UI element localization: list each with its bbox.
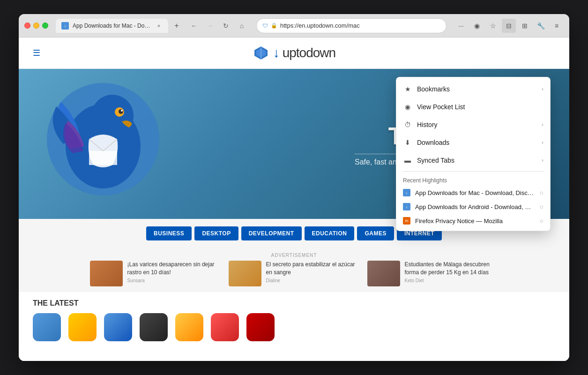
ad-text-2: El secreto para estabilizar el azúcar en…	[266, 261, 360, 283]
menu-item-pocket[interactable]: ◉ View Pocket List	[396, 98, 550, 116]
menu-button[interactable]: ≡	[550, 19, 564, 33]
category-education[interactable]: EDUCATION	[305, 226, 355, 240]
maximize-button[interactable]	[42, 22, 48, 29]
recent-title-1: App Downloads for Mac - Download, Discov…	[415, 189, 535, 196]
recent-action-1[interactable]: ○	[540, 189, 543, 196]
ad-card-3[interactable]: Estudiantes de Málaga descubren forma de…	[367, 261, 499, 286]
browser-content: ☰ ↓ uptodown	[19, 38, 569, 361]
logo-text: ↓ uptodown	[273, 45, 335, 60]
more-button[interactable]: ···	[454, 19, 468, 33]
active-tab[interactable]: ↓ App Downloads for Mac - Dow... ×	[56, 19, 168, 33]
app-icon-6[interactable]	[211, 313, 239, 341]
app-icon-4[interactable]	[140, 313, 168, 341]
recent-favicon-2: ↓	[403, 203, 410, 210]
app-icon-2[interactable]	[68, 313, 97, 341]
svg-rect-11	[89, 151, 117, 165]
bookmarks-icon: ★	[403, 84, 412, 94]
menu-item-history[interactable]: ⏱ History ›	[396, 116, 550, 134]
new-tab-button[interactable]: +	[170, 19, 183, 32]
svg-point-5	[91, 95, 134, 137]
history-icon: ⏱	[403, 120, 412, 129]
url-text: https://en.uptodown.com/mac	[280, 22, 440, 29]
downloads-label: Downloads	[417, 139, 537, 146]
minimize-button[interactable]	[33, 22, 39, 29]
synced-tabs-arrow: ›	[542, 157, 543, 164]
site-logo: ↓ uptodown	[253, 45, 335, 61]
lock-icon: 🔒	[271, 22, 277, 29]
tab-close-button[interactable]: ×	[155, 22, 163, 30]
logo-svg	[253, 45, 269, 61]
close-button[interactable]	[24, 22, 30, 29]
recent-action-3[interactable]: ○	[540, 217, 543, 225]
bookmarks-arrow: ›	[542, 86, 543, 92]
pocket-label: View Pocket List	[417, 103, 543, 111]
ad-card-2[interactable]: El secreto para estabilizar el azúcar en…	[229, 261, 360, 286]
menu-item-downloads[interactable]: ⬇ Downloads ›	[396, 134, 550, 151]
category-games[interactable]: GAMES	[357, 226, 394, 240]
extensions-button[interactable]: 🔧	[534, 19, 548, 33]
nav-buttons: ← → ↻ ⌂	[187, 19, 249, 33]
recent-favicon-1: ↓	[403, 189, 410, 196]
back-button[interactable]: ←	[187, 19, 201, 33]
category-development[interactable]: DEVELOPMENT	[241, 226, 302, 240]
shield-icon: 🛡	[262, 22, 268, 29]
site-header: ☰ ↓ uptodown	[19, 38, 569, 69]
tab-bar: ↓ App Downloads for Mac - Dow... × +	[56, 19, 183, 33]
bookmark-button[interactable]: ☆	[486, 19, 500, 33]
svg-point-8	[121, 110, 123, 112]
reload-button[interactable]: ↻	[219, 19, 233, 33]
recent-action-2[interactable]: ○	[540, 203, 543, 210]
synced-tabs-button[interactable]: ⊞	[518, 19, 532, 33]
recent-item-1[interactable]: ↓ App Downloads for Mac - Download, Disc…	[396, 186, 550, 200]
bookmarks-label: Bookmarks	[417, 85, 537, 93]
recent-title-2: App Downloads for Android - Download, Di…	[415, 203, 535, 210]
app-icon-5[interactable]	[175, 313, 203, 341]
downloads-icon: ⬇	[403, 138, 412, 147]
recent-item-3[interactable]: m Firefox Privacy Notice — Mozilla ○	[396, 214, 550, 228]
menu-divider	[403, 171, 543, 172]
title-bar: ↓ App Downloads for Mac - Dow... × + ← →…	[19, 14, 569, 38]
history-arrow: ›	[542, 121, 543, 128]
synced-tabs-label: Synced Tabs	[417, 157, 537, 164]
ad-cards: ¡Las varices desaparecen sin dejar rastr…	[28, 261, 560, 286]
downloads-arrow: ›	[542, 139, 543, 146]
latest-title: THE LATEST	[33, 299, 555, 308]
ad-card-1[interactable]: ¡Las varices desaparecen sin dejar rastr…	[90, 261, 221, 286]
toolbar-right: ··· ◉ ☆ ⊟ ⊞ 🔧 ≡	[454, 19, 564, 33]
ad-label: ADVERTISEMENT	[28, 253, 560, 258]
app-icon-1[interactable]	[33, 313, 61, 341]
ad-text-3: Estudiantes de Málaga descubren forma de…	[405, 261, 499, 283]
menu-item-synced-tabs[interactable]: ▬ Synced Tabs ›	[396, 151, 550, 169]
tab-title: App Downloads for Mac - Dow...	[73, 22, 151, 29]
category-desktop[interactable]: DESKTOP	[194, 226, 238, 240]
library-button[interactable]: ⊟	[502, 19, 516, 33]
home-button[interactable]: ⌂	[235, 19, 249, 33]
menu-item-bookmarks[interactable]: ★ Bookmarks ›	[396, 80, 550, 98]
svg-point-7	[119, 109, 123, 114]
dropdown-menu: ★ Bookmarks › ◉ View Pocket List ⏱ Histo…	[396, 77, 551, 231]
history-label: History	[417, 121, 537, 128]
hero-bird	[42, 78, 173, 210]
ad-image-1	[90, 261, 123, 286]
app-icon-3[interactable]	[104, 313, 132, 341]
synced-tabs-icon: ▬	[403, 156, 412, 165]
tab-favicon: ↓	[61, 22, 69, 30]
recent-section-title: Recent Highlights	[396, 173, 550, 186]
address-bar[interactable]: 🛡 🔒 https://en.uptodown.com/mac	[256, 18, 447, 33]
ad-image-2	[229, 261, 261, 286]
pocket-button[interactable]: ◉	[470, 19, 484, 33]
browser-window: ↓ App Downloads for Mac - Dow... × + ← →…	[19, 14, 569, 361]
category-business[interactable]: BUSINESS	[146, 226, 192, 240]
app-icon-7[interactable]	[246, 313, 275, 341]
hamburger-icon[interactable]: ☰	[33, 48, 40, 58]
traffic-lights	[24, 22, 48, 29]
forward-button[interactable]: →	[203, 19, 217, 33]
pocket-icon: ◉	[403, 102, 412, 112]
latest-section: THE LATEST	[19, 292, 569, 345]
ad-text-1: ¡Las varices desaparecen sin dejar rastr…	[127, 261, 221, 283]
ad-image-3	[367, 261, 400, 286]
advertisement-section: ADVERTISEMENT ¡Las varices desaparecen s…	[19, 248, 569, 292]
recent-item-2[interactable]: ↓ App Downloads for Android - Download, …	[396, 200, 550, 214]
recent-title-3: Firefox Privacy Notice — Mozilla	[415, 218, 535, 225]
recent-favicon-3: m	[403, 217, 410, 225]
